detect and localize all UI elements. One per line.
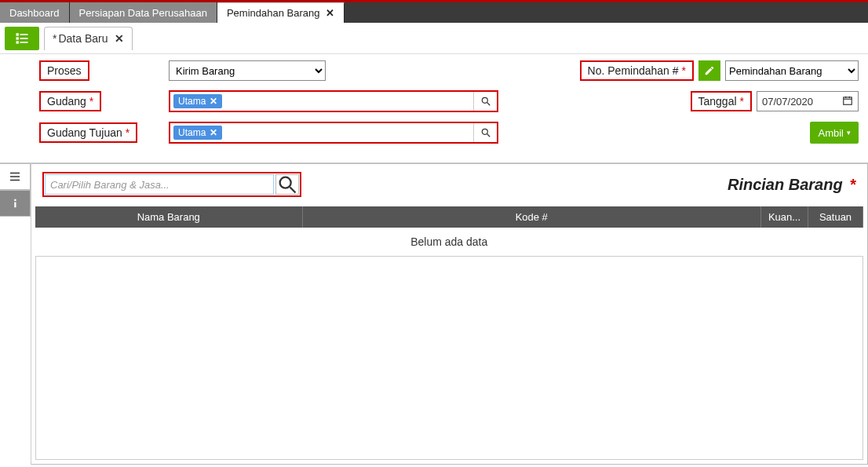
item-search-box bbox=[42, 172, 301, 197]
svg-rect-5 bbox=[20, 42, 28, 43]
svg-line-7 bbox=[487, 103, 490, 106]
lines-icon bbox=[8, 170, 22, 184]
search-icon bbox=[276, 173, 298, 195]
col-kode[interactable]: Kode # bbox=[302, 206, 761, 228]
edit-number-button[interactable] bbox=[698, 60, 720, 81]
label-no-pemindahan: No. Pemindahan #* bbox=[580, 60, 694, 81]
svg-point-19 bbox=[280, 177, 291, 188]
svg-rect-8 bbox=[844, 97, 852, 104]
gudang-tag[interactable]: Utama✕ bbox=[173, 94, 222, 108]
chevron-down-icon: ▾ bbox=[847, 129, 851, 137]
tab-label: Pemindahan Barang bbox=[227, 7, 320, 19]
list-icon bbox=[14, 31, 30, 46]
svg-rect-18 bbox=[14, 199, 16, 201]
item-search-button[interactable] bbox=[275, 174, 299, 195]
svg-line-13 bbox=[487, 134, 490, 137]
remove-icon[interactable]: ✕ bbox=[210, 96, 217, 107]
svg-rect-4 bbox=[16, 41, 19, 43]
close-icon[interactable]: ✕ bbox=[115, 32, 124, 45]
label-gudang-tujuan: Gudang Tujuan* bbox=[39, 122, 137, 143]
item-search-input[interactable] bbox=[45, 174, 274, 195]
info-icon bbox=[8, 196, 22, 210]
tab-dashboard[interactable]: Dashboard bbox=[0, 2, 70, 23]
empty-row: Belum ada data bbox=[35, 228, 863, 256]
svg-rect-3 bbox=[20, 38, 28, 39]
svg-point-6 bbox=[482, 97, 487, 103]
search-icon bbox=[480, 127, 491, 138]
col-satuan[interactable]: Satuan bbox=[808, 206, 863, 228]
tab-pemindahan-barang[interactable]: Pemindahan Barang ✕ bbox=[217, 2, 345, 23]
label-proses: Proses bbox=[39, 60, 89, 81]
tab-persiapan[interactable]: Persiapan Data Perusahaan bbox=[70, 2, 217, 23]
svg-rect-0 bbox=[16, 33, 19, 35]
tanggal-field[interactable]: 07/07/2020 bbox=[757, 91, 859, 111]
calendar-icon[interactable] bbox=[842, 95, 853, 108]
ambil-button[interactable]: Ambil▾ bbox=[810, 122, 859, 144]
grid-body bbox=[35, 256, 863, 460]
sidetab-info[interactable] bbox=[0, 190, 31, 217]
search-icon bbox=[480, 96, 491, 107]
label-tanggal: Tanggal* bbox=[691, 91, 753, 111]
dirty-marker: * bbox=[53, 32, 57, 45]
number-type-select[interactable]: Pemindahan Barang bbox=[725, 60, 859, 81]
gudang-tujuan-search-button[interactable] bbox=[473, 123, 497, 142]
proses-select[interactable]: Kirim Barang bbox=[169, 60, 326, 81]
label-gudang: Gudang* bbox=[39, 91, 101, 111]
close-icon[interactable]: ✕ bbox=[326, 7, 334, 19]
sidetab-detail[interactable] bbox=[0, 163, 31, 190]
remove-icon[interactable]: ✕ bbox=[210, 127, 217, 138]
gudang-field[interactable]: Utama✕ bbox=[169, 90, 498, 112]
subtab-data-baru[interactable]: * Data Baru ✕ bbox=[44, 27, 133, 50]
subtab-label: Data Baru bbox=[58, 32, 108, 45]
pencil-icon bbox=[704, 65, 715, 76]
svg-point-12 bbox=[482, 129, 487, 134]
svg-rect-1 bbox=[20, 34, 28, 35]
gudang-tujuan-tag[interactable]: Utama✕ bbox=[173, 126, 222, 140]
tanggal-value: 07/07/2020 bbox=[762, 96, 813, 108]
col-nama[interactable]: Nama Barang bbox=[35, 206, 302, 228]
svg-rect-17 bbox=[14, 202, 16, 208]
item-table: Nama Barang Kode # Kuan... Satuan Belum … bbox=[35, 206, 863, 256]
section-title: Rincian Barang * bbox=[728, 176, 856, 194]
svg-rect-2 bbox=[16, 37, 19, 39]
col-kuan[interactable]: Kuan... bbox=[761, 206, 808, 228]
main-tabstrip: Dashboard Persiapan Data Perusahaan Pemi… bbox=[0, 2, 868, 23]
svg-line-20 bbox=[290, 188, 296, 193]
gudang-search-button[interactable] bbox=[473, 92, 497, 111]
gudang-tujuan-field[interactable]: Utama✕ bbox=[169, 122, 498, 144]
list-view-button[interactable] bbox=[5, 27, 39, 50]
